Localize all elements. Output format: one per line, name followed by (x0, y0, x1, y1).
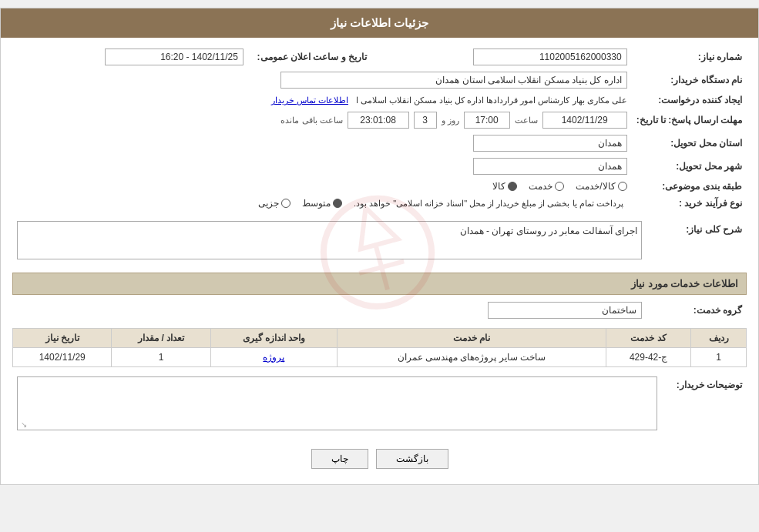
deadline-day-label: روز و (442, 115, 459, 125)
service-group-row: گروه خدمت: ساختمان (12, 299, 747, 322)
city-value: همدان (473, 158, 627, 175)
radio-jozi-label: جزیی (258, 198, 279, 209)
deadline-time: 17:00 (464, 112, 510, 129)
back-button[interactable]: بازگشت (376, 449, 448, 469)
buyer-notes-row: توضیحات خریدار: ↘ (12, 373, 747, 437)
service-group-section: گروه خدمت: ساختمان (12, 299, 747, 322)
deadline-remaining: 23:01:08 (348, 112, 409, 129)
process-note: پرداخت تمام یا بخشی از مبلغ خریدار از مح… (354, 199, 623, 209)
col-service-code: کد خدمت (606, 329, 691, 348)
col-service-name: نام خدمت (338, 329, 606, 348)
radio-kala-khedmat-label: کالا/خدمت (576, 181, 615, 192)
category-label: طبقه بندی موضوعی: (632, 178, 747, 195)
radio-kala-khedmat-circle (618, 182, 627, 191)
deadline-time-label: ساعت (515, 115, 538, 125)
date-value: 1402/11/25 - 16:20 (105, 49, 243, 65)
need-description-value: اجرای آسفالت معابر در روستای تهران - همد… (460, 226, 637, 236)
service-group-label: گروه خدمت: (646, 299, 747, 322)
buyer-notes-box: ↘ (17, 376, 657, 430)
radio-khedmat-label: خدمت (529, 181, 552, 192)
city-label: شهر محل تحویل: (632, 155, 747, 178)
province-value: همدان (473, 135, 627, 152)
info-section: شماره نیاز: 1102005162000330 تاریخ و ساع… (12, 45, 747, 212)
buyer-notes-label: توضیحات خریدار: (662, 373, 747, 437)
cell-unit: پروژه (210, 348, 337, 367)
radio-jozi-circle (281, 199, 291, 208)
province-row: استان محل تحویل: همدان (12, 132, 747, 155)
radio-motavaset: متوسط (302, 198, 342, 209)
services-table-head: ردیف کد خدمت نام خدمت واحد اندازه گیری ت… (13, 329, 747, 348)
button-row: بازگشت چاپ (12, 449, 747, 469)
radio-motavaset-circle (333, 199, 342, 208)
date-label: تاریخ و ساعت اعلان عمومی: (248, 45, 371, 69)
creator-label: ایجاد کننده درخواست: (632, 92, 747, 109)
process-label: نوع فرآیند خرید : (632, 195, 747, 212)
service-group-value: ساختمان (488, 302, 642, 319)
province-label: استان محل تحویل: (632, 132, 747, 155)
radio-kala: کالا (492, 181, 517, 192)
col-need-date: تاریخ نیاز (13, 329, 112, 348)
deadline-remaining-label: ساعت باقی مانده (280, 115, 342, 125)
process-radio-group: پرداخت تمام یا بخشی از مبلغ خریدار از مح… (17, 198, 627, 209)
category-radio-group: کالا/خدمت خدمت کالا (17, 181, 627, 192)
page-container: جزئیات اطلاعات نیاز شماره نیاز: 11020051… (0, 8, 759, 485)
deadline-info: 1402/11/29 ساعت 17:00 روز و 3 23:01:08 س… (17, 112, 627, 129)
table-row: 1 ج-42-429 ساخت سایر پروژه‌های مهندسی عم… (13, 348, 747, 367)
deadline-date: 1402/11/29 (542, 112, 627, 129)
contact-link[interactable]: اطلاعات تماس خریدار (271, 95, 348, 105)
deadline-row: مهلت ارسال پاسخ: تا تاریخ: 1402/11/29 سا… (12, 109, 747, 132)
need-description-box: اجرای آسفالت معابر در روستای تهران - همد… (17, 221, 642, 259)
col-row-num: ردیف (691, 329, 747, 348)
radio-kala-label: کالا (492, 181, 505, 192)
services-section-header: اطلاعات خدمات مورد نیاز (12, 273, 747, 295)
buyer-org-row: نام دستگاه خریدار: اداره کل بنیاد مسکن ا… (12, 69, 747, 92)
col-unit: واحد اندازه گیری (210, 329, 337, 348)
creator-value: علی مکاری بهار کارشناس امور قراردادها اد… (356, 95, 627, 105)
radio-kala-circle (508, 182, 517, 191)
deadline-days: 3 (414, 112, 437, 129)
content-area: شماره نیاز: 1102005162000330 تاریخ و ساع… (1, 38, 758, 484)
page-title: جزئیات اطلاعات نیاز (1, 8, 758, 38)
need-number-label: شماره نیاز: (632, 45, 747, 69)
buyer-org-label: نام دستگاه خریدار: (632, 69, 747, 92)
need-description-label: شرح کلی نیاز: (646, 218, 747, 266)
cell-service-name: ساخت سایر پروژه‌های مهندسی عمران (338, 348, 606, 367)
buyer-org-value: اداره کل بنیاد مسکن انقلاب اسلامی استان … (280, 72, 627, 89)
services-table-body: 1 ج-42-429 ساخت سایر پروژه‌های مهندسی عم… (13, 348, 747, 367)
cell-quantity: 1 (112, 348, 210, 367)
buyer-notes-section: توضیحات خریدار: ↘ (12, 373, 747, 437)
need-number-row: شماره نیاز: 1102005162000330 تاریخ و ساع… (12, 45, 747, 69)
services-table-header-row: ردیف کد خدمت نام خدمت واحد اندازه گیری ت… (13, 329, 747, 348)
creator-row: ایجاد کننده درخواست: علی مکاری بهار کارش… (12, 92, 747, 109)
print-button[interactable]: چاپ (311, 449, 368, 469)
need-desc-section: شرح کلی نیاز: اجرای آسفالت معابر در روست… (12, 218, 747, 266)
cell-row-num: 1 (691, 348, 747, 367)
city-row: شهر محل تحویل: همدان (12, 155, 747, 178)
resize-icon: ↘ (19, 420, 27, 428)
radio-kala-khedmat: کالا/خدمت (576, 181, 626, 192)
radio-jozi: جزیی (258, 198, 291, 209)
radio-khedmat-circle (555, 182, 564, 191)
category-row: طبقه بندی موضوعی: کالا/خدمت خدمت (12, 178, 747, 195)
process-row: نوع فرآیند خرید : پرداخت تمام یا بخشی از… (12, 195, 747, 212)
col-quantity: تعداد / مقدار (112, 329, 210, 348)
services-table: ردیف کد خدمت نام خدمت واحد اندازه گیری ت… (12, 328, 747, 367)
radio-khedmat: خدمت (529, 181, 564, 192)
cell-service-code: ج-42-429 (606, 348, 691, 367)
cell-need-date: 1402/11/29 (13, 348, 112, 367)
need-desc-row: شرح کلی نیاز: اجرای آسفالت معابر در روست… (12, 218, 747, 266)
radio-motavaset-label: متوسط (302, 198, 331, 209)
need-number-value: 1102005162000330 (473, 49, 627, 65)
deadline-label: مهلت ارسال پاسخ: تا تاریخ: (632, 109, 747, 132)
